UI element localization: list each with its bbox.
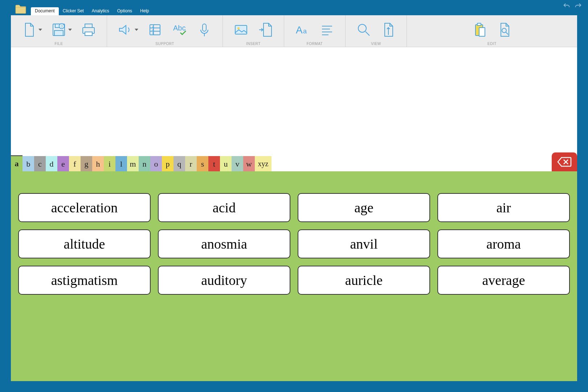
zoom-button[interactable]	[356, 22, 372, 38]
save-button[interactable]: 0	[51, 22, 72, 38]
tab-document[interactable]: Document	[31, 7, 59, 15]
tab-clicker-set[interactable]: Clicker Set	[59, 7, 88, 15]
alpha-tab-t[interactable]: t	[208, 156, 220, 171]
svg-text:a: a	[303, 28, 307, 35]
tab-analytics[interactable]: Analytics	[88, 7, 113, 15]
alpha-tab-e[interactable]: e	[57, 156, 69, 171]
ribbon-label-view: VIEW	[346, 42, 407, 47]
word-button[interactable]: age	[298, 193, 430, 222]
alpha-tab-s[interactable]: s	[197, 156, 208, 171]
svg-rect-18	[235, 25, 247, 34]
svg-rect-29	[477, 23, 481, 25]
predictor-button[interactable]: 123	[147, 22, 163, 38]
alpha-tab-n[interactable]: n	[139, 156, 150, 171]
alpha-tab-g[interactable]: g	[81, 156, 92, 171]
svg-text:0: 0	[61, 24, 63, 28]
svg-text:2: 2	[152, 28, 154, 32]
undo-icon[interactable]	[563, 2, 571, 12]
svg-point-19	[237, 27, 240, 29]
spellcheck-button[interactable]: Abc	[172, 22, 188, 38]
svg-text:Abc: Abc	[173, 24, 185, 32]
svg-point-26	[358, 24, 366, 32]
ribbon-label-edit: EDIT	[407, 42, 577, 47]
alpha-tab-o[interactable]: o	[150, 156, 162, 171]
word-button[interactable]: acid	[158, 193, 290, 222]
ribbon-label-format: FORMAT	[284, 42, 345, 47]
word-button[interactable]: acceleration	[18, 193, 151, 222]
paragraph-button[interactable]	[319, 22, 335, 38]
insert-page-button[interactable]	[258, 22, 274, 38]
tab-help[interactable]: Help	[136, 7, 153, 15]
ribbon-label-support: SUPPORT	[107, 42, 222, 47]
alpha-tab-v[interactable]: v	[232, 156, 243, 171]
document-area[interactable]	[11, 47, 577, 156]
layout-button[interactable]	[380, 22, 396, 38]
alpha-tab-u[interactable]: u	[220, 156, 232, 171]
new-document-button[interactable]	[21, 22, 42, 38]
svg-line-32	[506, 32, 508, 34]
svg-point-31	[502, 28, 506, 33]
word-button[interactable]: aroma	[437, 229, 570, 258]
find-button[interactable]	[497, 22, 513, 38]
svg-rect-6	[85, 24, 92, 28]
word-button[interactable]: air	[437, 193, 570, 222]
alpha-tab-l[interactable]: l	[115, 156, 127, 171]
word-button[interactable]: anvil	[298, 229, 430, 258]
ribbon-group-file: 0 FILE	[11, 15, 107, 47]
word-button[interactable]: astigmatism	[18, 266, 151, 295]
ribbon: 0 FILE 123 Abc SUPPORT	[11, 15, 577, 47]
alpha-tab-f[interactable]: f	[69, 156, 81, 171]
alpha-tab-h[interactable]: h	[92, 156, 104, 171]
redo-icon[interactable]	[574, 2, 582, 12]
svg-rect-2	[54, 30, 63, 36]
ribbon-group-insert: INSERT	[223, 15, 284, 47]
microphone-button[interactable]	[196, 22, 212, 38]
alpha-tab-m[interactable]: m	[127, 156, 139, 171]
ribbon-group-edit: EDIT	[407, 15, 577, 47]
alpha-tab-c[interactable]: c	[34, 156, 46, 171]
backspace-button[interactable]	[552, 152, 577, 171]
word-button[interactable]: altitude	[18, 229, 151, 258]
alpha-tab-d[interactable]: d	[46, 156, 57, 171]
tab-options[interactable]: Options	[113, 7, 136, 15]
ribbon-group-support: 123 Abc SUPPORT	[107, 15, 223, 47]
chevron-down-icon	[68, 29, 72, 31]
svg-rect-7	[85, 32, 92, 36]
word-grid: accelerationacidageairaltitudeanosmiaanv…	[11, 171, 577, 381]
alpha-tab-a[interactable]: a	[11, 155, 23, 171]
alpha-tab-b[interactable]: b	[23, 156, 34, 171]
ribbon-label-insert: INSERT	[223, 42, 284, 47]
print-button[interactable]	[81, 22, 97, 38]
alpha-tab-xyz[interactable]: xyz	[255, 156, 271, 171]
alpha-tab-q[interactable]: q	[173, 156, 185, 171]
folder-icon[interactable]	[15, 5, 26, 14]
svg-text:A: A	[296, 24, 303, 36]
ribbon-group-view: VIEW	[346, 15, 407, 47]
svg-text:3: 3	[152, 32, 154, 35]
menu-bar: Document Clicker Set Analytics Options H…	[0, 0, 588, 15]
ribbon-group-format: Aa FORMAT	[284, 15, 346, 47]
svg-line-27	[366, 32, 369, 36]
alpha-tab-p[interactable]: p	[162, 156, 173, 171]
alpha-tab-w[interactable]: w	[243, 156, 255, 171]
alpha-tab-r[interactable]: r	[185, 156, 197, 171]
word-button[interactable]: average	[437, 266, 570, 295]
word-button[interactable]: anosmia	[158, 229, 290, 258]
clipboard-button[interactable]	[472, 22, 488, 38]
svg-rect-16	[203, 24, 206, 31]
word-button[interactable]: auditory	[158, 266, 290, 295]
insert-picture-button[interactable]	[233, 22, 249, 38]
font-button[interactable]: Aa	[294, 22, 310, 38]
menu-tabs: Document Clicker Set Analytics Options H…	[31, 7, 153, 15]
word-button[interactable]: auricle	[298, 266, 430, 295]
ribbon-label-file: FILE	[11, 42, 107, 47]
svg-text:1: 1	[152, 25, 154, 28]
alphabet-tabs: abcdefghilmnopqrstuvwxyz	[11, 156, 577, 171]
chevron-down-icon	[38, 29, 42, 31]
speak-button[interactable]	[117, 22, 138, 38]
chevron-down-icon	[135, 29, 138, 31]
svg-rect-30	[479, 28, 485, 36]
alpha-tab-i[interactable]: i	[104, 156, 115, 171]
